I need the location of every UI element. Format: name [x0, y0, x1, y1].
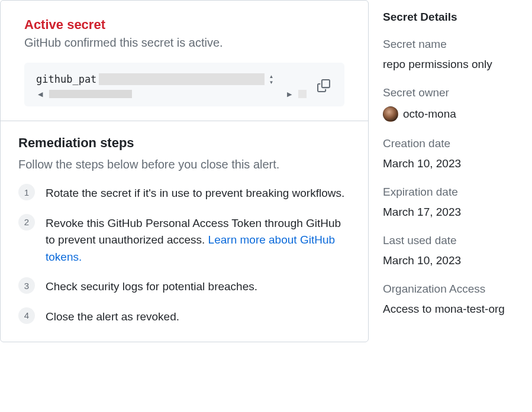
scroll-left-icon[interactable]: ◀ [36, 90, 44, 98]
alert-subtitle: GitHub confirmed this secret is active. [24, 36, 344, 50]
remediation-description: Follow the steps below before you close … [18, 155, 350, 173]
scroll-track[interactable] [137, 90, 280, 98]
remediation-step: 4 Close the alert as revoked. [18, 307, 350, 326]
step-number: 1 [18, 184, 35, 200]
step-text: Revoke this GitHub Personal Access Token… [46, 214, 350, 266]
secret-name-value: repo permissions only [383, 58, 530, 71]
expiration-date-label: Expiration date [383, 186, 530, 199]
secret-owner-username[interactable]: octo-mona [403, 108, 456, 121]
remediation-step: 1 Rotate the secret if it's in use to pr… [18, 184, 350, 202]
step-number: 4 [18, 307, 35, 324]
detail-creation-date: Creation date March 10, 2023 [383, 137, 530, 170]
secret-stepper[interactable]: ▲ ▼ [267, 74, 275, 85]
detail-org-access: Organization Access Access to mona-test-… [383, 283, 530, 316]
secret-code-block: github_pat ▲ ▼ ◀ ▶ [24, 63, 344, 106]
step-text: Rotate the secret if it's in use to prev… [46, 184, 344, 202]
scroll-end-block [298, 90, 307, 98]
main-panel: Active secret GitHub confirmed this secr… [0, 0, 369, 342]
secret-name-label: Secret name [383, 38, 530, 51]
detail-last-used-date: Last used date March 10, 2023 [383, 234, 530, 267]
step-number: 3 [18, 277, 35, 294]
secret-details-sidebar: Secret Details Secret name repo permissi… [383, 0, 532, 342]
secret-prefix: github_pat [36, 73, 96, 85]
detail-secret-name: Secret name repo permissions only [383, 38, 530, 71]
sidebar-title: Secret Details [383, 11, 530, 24]
avatar[interactable] [383, 106, 398, 122]
remediation-title: Remediation steps [18, 135, 350, 151]
copy-icon [317, 79, 330, 92]
creation-date-value: March 10, 2023 [383, 157, 530, 170]
last-used-label: Last used date [383, 234, 530, 247]
secret-scroll-row: ◀ ▶ [36, 90, 307, 98]
step-text: Close the alert as revoked. [46, 307, 179, 326]
secret-owner-row: octo-mona [383, 106, 530, 122]
secret-content: github_pat ▲ ▼ ◀ ▶ [36, 73, 307, 98]
redacted-secret-short [49, 90, 132, 98]
redacted-secret-long [99, 73, 265, 85]
alert-section: Active secret GitHub confirmed this secr… [1, 1, 368, 121]
alert-title: Active secret [24, 17, 344, 33]
remediation-section: Remediation steps Follow the steps below… [1, 121, 368, 342]
step-text: Check security logs for potential breach… [46, 277, 257, 296]
secret-owner-label: Secret owner [383, 86, 530, 99]
org-access-label: Organization Access [383, 283, 530, 296]
remediation-step: 3 Check security logs for potential brea… [18, 277, 350, 296]
expiration-date-value: March 17, 2023 [383, 206, 530, 219]
secret-value-row: github_pat ▲ ▼ [36, 73, 307, 85]
org-access-value: Access to mona-test-org [383, 303, 530, 316]
step-number: 2 [18, 214, 35, 231]
detail-expiration-date: Expiration date March 17, 2023 [383, 186, 530, 219]
last-used-value: March 10, 2023 [383, 254, 530, 267]
stepper-up-icon[interactable]: ▲ [267, 74, 275, 79]
remediation-step: 2 Revoke this GitHub Personal Access Tok… [18, 214, 350, 266]
copy-button[interactable] [315, 77, 333, 95]
detail-secret-owner: Secret owner octo-mona [383, 86, 530, 122]
creation-date-label: Creation date [383, 137, 530, 150]
stepper-down-icon[interactable]: ▼ [267, 80, 275, 85]
scroll-right-icon[interactable]: ▶ [285, 90, 294, 98]
remediation-steps-list: 1 Rotate the secret if it's in use to pr… [18, 184, 350, 325]
